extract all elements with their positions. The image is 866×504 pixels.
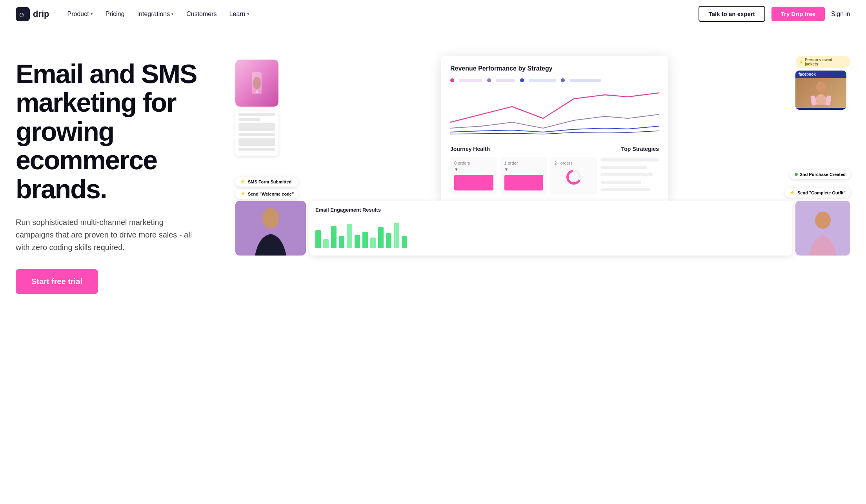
skeleton-line-2 — [238, 118, 260, 121]
nav-product[interactable]: Product ▾ — [62, 7, 98, 21]
legend-dot-4 — [561, 78, 565, 82]
skeleton-card — [235, 110, 278, 156]
top-strategies-content — [600, 157, 659, 194]
bar-11 — [402, 236, 407, 248]
bar-item-11 — [402, 236, 407, 249]
svg-point-7 — [816, 82, 826, 92]
bar-item-8 — [378, 227, 384, 249]
chevron-down-icon-2: ▾ — [171, 11, 174, 16]
hero-section: Email and SMS marketing for growing ecom… — [0, 28, 866, 504]
legend-bar-3 — [529, 79, 556, 82]
orders-0-card: 0 orders ▼ — [450, 157, 497, 194]
revenue-title: Revenue Performance by Strategy — [450, 65, 659, 72]
chevron-down-icon-3: ▾ — [247, 11, 249, 16]
sms-badges-container: ⚡ SMS Form Submitted ⚡ Send "Welcome cod… — [235, 177, 298, 199]
sign-in-link[interactable]: Sign in — [831, 11, 850, 18]
phone-placeholder — [235, 60, 278, 107]
nav-customers[interactable]: Customers — [181, 7, 222, 21]
facebook-label: facebook — [795, 71, 846, 78]
start-free-trial-button[interactable]: Start free trial — [16, 269, 98, 294]
bolt-icon-2: ⚡ — [240, 191, 246, 196]
try-drip-free-button[interactable]: Try Drip free — [771, 7, 825, 21]
strat-line-4 — [600, 181, 642, 184]
strat-line-3 — [600, 173, 653, 176]
legend-bar-2 — [496, 79, 515, 82]
orders-0-trend: ▼ — [454, 167, 493, 172]
hero-left: Email and SMS marketing for growing ecom… — [16, 52, 220, 294]
facebook-card: facebook — [795, 71, 846, 110]
bar-item-9 — [386, 233, 391, 249]
bar-item-7 — [370, 237, 376, 249]
orders-1-card: 1 order ▼ — [500, 157, 548, 194]
strat-line-1 — [600, 158, 659, 161]
journey-header: Journey Health Top Strategies — [450, 146, 659, 152]
bar-4 — [347, 224, 352, 248]
bar-9 — [386, 233, 391, 248]
orders-bar-1 — [504, 175, 544, 190]
dashboard-card: Revenue Performance by Strategy — [441, 56, 668, 204]
strat-line-5 — [600, 188, 650, 191]
hero-dashboard: ⚡ SMS Form Submitted ⚡ Send "Welcome cod… — [235, 52, 850, 256]
bottom-photo-left — [235, 201, 306, 256]
nav-right: Talk to an expert Try Drip free Sign in — [699, 6, 850, 22]
orders-bar-0 — [454, 175, 493, 190]
svg-point-13 — [815, 212, 831, 229]
email-engagement-title: Email Engagement Results — [315, 207, 786, 213]
logo[interactable]: ☺ drip — [16, 7, 49, 21]
bar-10 — [394, 223, 399, 248]
skeleton-box-2 — [238, 138, 275, 146]
send-complete-badge: ⚡ Send "Complete Outfit" — [785, 188, 850, 198]
bar-0 — [315, 230, 321, 248]
bar-item-6 — [362, 232, 368, 249]
svg-point-3 — [256, 91, 258, 93]
purchase-badge: 2nd Purchase Created — [790, 170, 850, 179]
nav-learn[interactable]: Learn ▾ — [224, 7, 255, 21]
bar-item-10 — [394, 223, 399, 249]
bottom-photo-right — [795, 201, 850, 256]
orders-2plus-label: 2+ orders — [554, 161, 593, 165]
strat-line-2 — [600, 166, 647, 169]
bolt-icon: ⚡ — [240, 179, 246, 184]
green-dot-icon — [795, 173, 798, 176]
bar-3 — [339, 236, 344, 248]
svg-rect-8 — [810, 95, 817, 106]
email-bar-chart — [315, 218, 786, 249]
bar-2 — [331, 226, 337, 248]
bar-item-5 — [355, 235, 360, 249]
journey-content: 0 orders ▼ 1 order ▼ — [450, 157, 659, 194]
hero-title: Email and SMS marketing for growing ecom… — [16, 60, 220, 203]
revenue-chart — [450, 87, 659, 138]
drip-logo-icon: ☺ — [16, 7, 30, 21]
facebook-image — [795, 78, 846, 108]
nav-left: ☺ drip Product ▾ Pricing Integrations ▾ … — [16, 7, 255, 21]
nav-pricing[interactable]: Pricing — [100, 7, 130, 21]
skeleton-line-3 — [238, 133, 275, 136]
journey-section: Journey Health Top Strategies 0 orders ▼ — [450, 146, 659, 194]
legend-bar-4 — [569, 79, 601, 82]
donut-chart — [554, 169, 593, 186]
orders-0-label: 0 orders — [454, 161, 493, 165]
skeleton-line-4 — [238, 148, 275, 151]
float-left-panel — [235, 60, 282, 156]
bar-item-2 — [331, 226, 337, 249]
journey-health-title: Journey Health — [450, 146, 490, 152]
orders-1-trend: ▼ — [504, 167, 544, 172]
nav-integrations[interactable]: Integrations ▾ — [132, 7, 180, 21]
bar-item-1 — [323, 239, 329, 249]
svg-rect-9 — [825, 95, 831, 106]
viewed-badge: ★ Person viewed jackets — [795, 56, 850, 68]
svg-text:☺: ☺ — [18, 11, 25, 19]
legend-dot-2 — [487, 78, 491, 82]
legend-dot-3 — [520, 78, 524, 82]
bolt-icon-3: ⚡ — [790, 190, 795, 195]
nav-links: Product ▾ Pricing Integrations ▾ Custome… — [62, 7, 255, 21]
hero-subtitle: Run sophisticated multi-channel marketin… — [16, 216, 196, 254]
navbar: ☺ drip Product ▾ Pricing Integrations ▾ … — [0, 0, 866, 28]
star-icon: ★ — [799, 60, 803, 64]
top-strategies-title: Top Strategies — [621, 146, 659, 152]
legend-dot-1 — [450, 78, 454, 82]
talk-to-expert-button[interactable]: Talk to an expert — [699, 6, 765, 22]
email-engagement-card: Email Engagement Results — [309, 201, 792, 256]
chevron-down-icon: ▾ — [91, 11, 93, 16]
orders-1-label: 1 order — [504, 161, 544, 165]
